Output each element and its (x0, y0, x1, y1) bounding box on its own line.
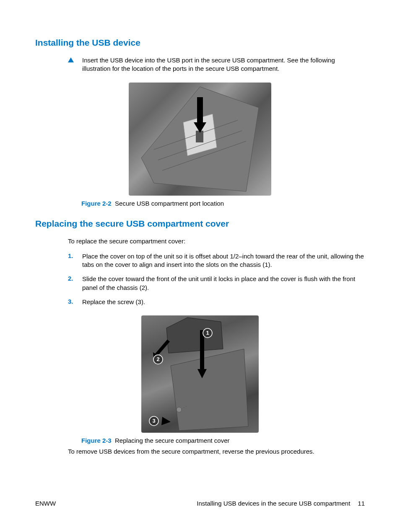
footer-section-title: Installing USB devices in the secure USB… (197, 500, 350, 507)
callout-1: 1 (206, 330, 209, 336)
figure-label: Figure 2-2 (81, 200, 112, 207)
svg-point-18 (177, 407, 182, 412)
step-2: 2. Slide the cover toward the front of t… (68, 275, 365, 292)
bullet-text: Insert the USB device into the USB port … (82, 56, 365, 73)
figure-2-3-image: 1 2 3 (141, 315, 259, 433)
step-3: 3. Replace the screw (3). (68, 298, 365, 306)
step-number: 3. (68, 298, 82, 305)
step-number: 1. (68, 252, 82, 259)
figure-2-3-container: 1 2 3 (35, 315, 365, 433)
figure-caption-text: Replacing the secure compartment cover (115, 437, 229, 444)
section-heading-installing-usb: Installing the USB device (35, 38, 365, 48)
footer-left: ENWW (35, 500, 56, 507)
step-text: Slide the cover toward the front of the … (82, 275, 365, 292)
bullet-item: Insert the USB device into the USB port … (68, 56, 365, 73)
figure-2-2-caption: Figure 2-2 Secure USB compartment port l… (81, 200, 365, 207)
callout-2: 2 (156, 356, 159, 362)
svg-marker-9 (171, 349, 248, 431)
figure-label: Figure 2-3 (81, 437, 112, 444)
step-text: Replace the screw (3). (82, 298, 365, 306)
step-text: Place the cover on top of the unit so it… (82, 252, 365, 269)
figure-caption-text: Secure USB compartment port location (115, 200, 224, 207)
svg-line-12 (156, 341, 169, 355)
svg-marker-8 (166, 318, 223, 353)
closing-paragraph: To remove USB devices from the secure co… (68, 447, 365, 456)
callout-3: 3 (152, 418, 155, 424)
step-1: 1. Place the cover on top of the unit so… (68, 252, 365, 269)
page-number: 11 (358, 500, 365, 507)
svg-marker-17 (161, 417, 171, 425)
step-number: 2. (68, 275, 82, 282)
triangle-bullet-icon (68, 56, 82, 62)
intro-paragraph: To replace the secure compartment cover: (68, 237, 365, 245)
figure-2-2-container (35, 83, 365, 196)
figure-2-2-image (129, 83, 271, 196)
figure-2-3-caption: Figure 2-3 Replacing the secure compartm… (81, 437, 365, 444)
section-heading-replacing-cover: Replacing the secure USB compartment cov… (35, 219, 365, 229)
page-footer: ENWW Installing USB devices in the secur… (35, 500, 365, 507)
